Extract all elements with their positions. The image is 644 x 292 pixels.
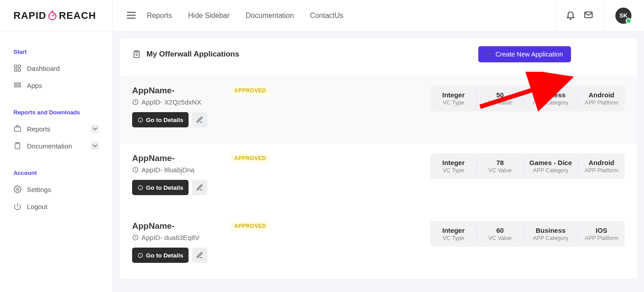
sidebar-item-apps[interactable]: Apps bbox=[0, 77, 112, 94]
edit-button[interactable] bbox=[192, 112, 207, 127]
svg-rect-6 bbox=[18, 65, 21, 67]
stat-vc-value: 78 VC Value bbox=[477, 159, 524, 174]
plus-icon bbox=[486, 51, 493, 57]
app-rows: AppName- APPROVED AppID- X2Qz5dxNX Go to… bbox=[120, 76, 637, 279]
svg-rect-7 bbox=[14, 69, 17, 71]
stat-category: Games - Dice APP Category bbox=[524, 159, 578, 174]
app-actions: Go to Details bbox=[132, 112, 419, 127]
create-button-label: Create New Application bbox=[495, 51, 563, 58]
logo-text-left: RAPID bbox=[13, 10, 46, 22]
sidebar-item-documentation[interactable]: Documentation bbox=[0, 137, 112, 154]
stat-category: Business APP Category bbox=[524, 227, 578, 241]
logo-cell: RAPID REACH bbox=[0, 0, 113, 31]
app-stats: Integer VC Type 50 VC Value Business APP… bbox=[430, 86, 625, 111]
app-id-line: AppID- X2Qz5dxNX bbox=[132, 98, 419, 106]
stat-vc-type: Integer VC Type bbox=[430, 159, 477, 174]
app-title-line: AppName- APPROVED bbox=[132, 221, 419, 231]
sidebar-section-reports: Reports and Downloads bbox=[0, 105, 112, 120]
panel-title: My Offerwall Applications bbox=[146, 50, 239, 59]
stat-value: IOS bbox=[581, 227, 622, 234]
mail-icon[interactable] bbox=[584, 10, 593, 22]
go-to-details-label: Go to Details bbox=[146, 184, 183, 191]
app-stats: Integer VC Type 60 VC Value Business APP… bbox=[430, 221, 625, 247]
chevron-down-icon bbox=[91, 125, 99, 133]
app-actions: Go to Details bbox=[132, 248, 419, 263]
stat-platform: IOS APP Platform bbox=[578, 227, 625, 241]
topnav-hide-sidebar[interactable]: Hide Sidebar bbox=[188, 12, 230, 20]
stat-label: VC Value bbox=[480, 100, 520, 106]
topbar: RAPID REACH Reports Hide Sidebar Documen… bbox=[0, 0, 644, 31]
sidebar-item-label: Settings bbox=[27, 186, 51, 193]
avatar-well: SK bbox=[603, 0, 644, 31]
menu-toggle-icon[interactable] bbox=[125, 9, 138, 22]
app-row: AppName- APPROVED AppID- dua63Eq8V Go to… bbox=[120, 211, 637, 279]
avatar[interactable]: SK bbox=[615, 8, 631, 24]
svg-rect-11 bbox=[14, 127, 21, 131]
sidebar-item-dashboard[interactable]: Dashboard bbox=[0, 60, 112, 77]
applications-panel: My Offerwall Applications Create New App… bbox=[119, 38, 638, 279]
stat-label: APP Platform bbox=[581, 167, 622, 174]
sidebar-item-label: Reports bbox=[27, 125, 51, 133]
svg-point-13 bbox=[17, 188, 19, 191]
go-to-details-label: Go to Details bbox=[146, 252, 183, 259]
app-name: AppName- bbox=[132, 221, 222, 231]
logo-text-right: REACH bbox=[59, 10, 96, 22]
stat-label: VC Value bbox=[480, 167, 520, 174]
svg-rect-5 bbox=[14, 65, 17, 67]
info-icon bbox=[137, 253, 143, 258]
go-to-details-button[interactable]: Go to Details bbox=[132, 180, 189, 195]
sidebar-item-logout[interactable]: Logout bbox=[0, 198, 112, 215]
stat-value: Android bbox=[581, 91, 622, 99]
clock-icon bbox=[132, 234, 139, 241]
stat-label: VC Value bbox=[480, 235, 520, 241]
app-left: AppName- APPROVED AppID- 8luabjDna Go to… bbox=[132, 153, 419, 195]
sidebar-item-label: Apps bbox=[27, 82, 42, 89]
edit-button[interactable] bbox=[192, 248, 207, 263]
app-left: AppName- APPROVED AppID- dua63Eq8V Go to… bbox=[132, 221, 419, 263]
svg-rect-3 bbox=[127, 17, 136, 18]
status-badge: APPROVED bbox=[231, 86, 270, 95]
sidebar-item-reports[interactable]: Reports bbox=[0, 120, 112, 137]
clipboard-icon bbox=[13, 142, 21, 150]
app-id: AppID- X2Qz5dxNX bbox=[142, 98, 201, 106]
stat-platform: Android APP Platform bbox=[578, 159, 625, 174]
bell-icon[interactable] bbox=[566, 10, 575, 22]
sidebar-item-label: Documentation bbox=[27, 142, 72, 150]
topnav-reports[interactable]: Reports bbox=[147, 12, 172, 20]
sidebar-item-label: Dashboard bbox=[27, 65, 60, 72]
app-row: AppName- APPROVED AppID- X2Qz5dxNX Go to… bbox=[120, 76, 637, 144]
svg-rect-10 bbox=[14, 86, 21, 87]
stat-label: APP Platform bbox=[581, 100, 622, 106]
topnav-documentation[interactable]: Documentation bbox=[246, 12, 294, 20]
clock-icon bbox=[132, 99, 139, 105]
stopwatch-icon bbox=[47, 10, 58, 22]
edit-button[interactable] bbox=[192, 180, 207, 195]
create-application-button[interactable]: Create New Application bbox=[478, 46, 571, 62]
stat-value: Business bbox=[526, 91, 575, 99]
sidebar-item-settings[interactable]: Settings bbox=[0, 181, 112, 198]
edit-icon bbox=[196, 184, 203, 191]
edit-icon bbox=[196, 252, 203, 259]
edit-icon bbox=[196, 116, 203, 123]
gear-icon bbox=[13, 185, 21, 193]
go-to-details-label: Go to Details bbox=[146, 117, 183, 123]
stat-vc-value: 60 VC Value bbox=[477, 227, 524, 241]
svg-rect-9 bbox=[14, 83, 21, 84]
logo[interactable]: RAPID REACH bbox=[13, 10, 96, 22]
stat-value: Integer bbox=[433, 159, 474, 166]
info-icon bbox=[137, 117, 143, 123]
topnav-contact[interactable]: ContactUs bbox=[310, 12, 343, 20]
go-to-details-button[interactable]: Go to Details bbox=[132, 112, 189, 127]
app-title-line: AppName- APPROVED bbox=[132, 86, 419, 96]
briefcase-icon bbox=[13, 125, 21, 133]
svg-rect-2 bbox=[127, 14, 136, 15]
go-to-details-button[interactable]: Go to Details bbox=[132, 248, 189, 263]
stat-vc-type: Integer VC Type bbox=[430, 91, 477, 106]
stat-vc-type: Integer VC Type bbox=[430, 227, 477, 241]
stat-value: 60 bbox=[480, 227, 520, 234]
app-name: AppName- bbox=[132, 153, 222, 163]
app-id-line: AppID- dua63Eq8V bbox=[132, 234, 419, 241]
stat-label: APP Category bbox=[526, 100, 575, 106]
svg-rect-8 bbox=[18, 69, 21, 71]
stat-value: 78 bbox=[480, 159, 520, 166]
